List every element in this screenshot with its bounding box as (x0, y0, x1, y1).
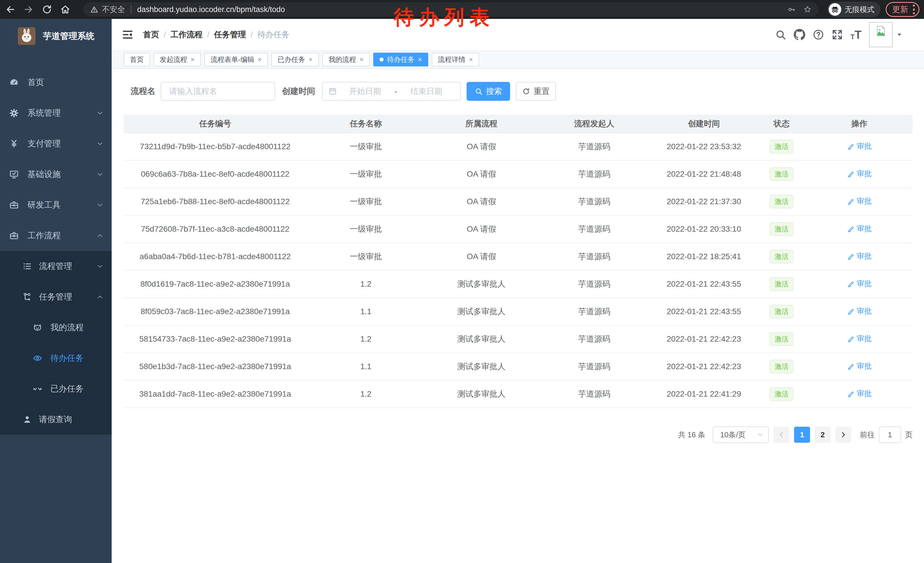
process-name-input[interactable] (160, 82, 275, 101)
goto-page-input[interactable] (879, 426, 901, 443)
app-title: 芋道管理系统 (43, 30, 94, 42)
sidebar-item-工作流程[interactable]: 工作流程 (0, 220, 112, 251)
sidebar-item-待办任务[interactable]: 待办任务 (0, 343, 112, 374)
approve-button[interactable]: 审批 (847, 306, 872, 316)
avatar[interactable] (869, 22, 892, 47)
sidebar-item-研发工具[interactable]: 研发工具 (0, 189, 112, 220)
page-size-select[interactable]: 10条/页 (713, 426, 769, 443)
page-button-2[interactable]: 2 (814, 427, 831, 443)
edit-icon (847, 198, 855, 205)
task-process-cell: OA 请假 (425, 188, 538, 215)
create-time-label: 创建时间 (282, 86, 315, 97)
breadcrumb-item-任务管理[interactable]: 任务管理 (214, 29, 246, 40)
tab-label: 待办任务 (387, 55, 414, 64)
tab-label: 发起流程 (160, 55, 187, 64)
tab-待办任务[interactable]: 待办任务× (373, 53, 428, 66)
tab-流程表单-编辑[interactable]: 流程表单-编辑× (204, 53, 268, 66)
approve-button[interactable]: 审批 (847, 141, 872, 151)
avatar-caret-icon[interactable] (896, 31, 903, 38)
task-starter-cell: 芋道源码 (538, 243, 651, 270)
close-icon[interactable]: × (360, 56, 363, 63)
sidebar-item-已办任务[interactable]: 已办任务 (0, 374, 112, 404)
url-bar[interactable]: 不安全 dashboard.yudao.iocoder.cn/bpm/task/… (83, 2, 819, 17)
approve-label: 审批 (857, 389, 872, 399)
task-action-cell: 审批 (806, 380, 912, 408)
close-icon[interactable]: × (309, 56, 313, 63)
approve-button[interactable]: 审批 (847, 279, 872, 289)
sidebar-item-基础设施[interactable]: 基础设施 (0, 159, 112, 189)
update-label: 更新 (892, 4, 908, 15)
update-button[interactable]: 更新 (886, 2, 920, 17)
github-icon[interactable] (794, 29, 805, 41)
toolbox-icon (9, 200, 19, 210)
reset-button[interactable]: 重置 (516, 82, 556, 101)
next-page-button[interactable] (835, 427, 851, 443)
close-icon[interactable]: × (469, 56, 473, 63)
sidebar-item-首页[interactable]: 首页 (0, 67, 112, 98)
bookmark-star-icon[interactable] (803, 5, 812, 14)
approve-button[interactable]: 审批 (847, 389, 872, 399)
browser-menu-icon[interactable] (912, 5, 915, 14)
task-starter-cell: 芋道源码 (538, 325, 651, 353)
font-size-icon[interactable]: TT (850, 29, 862, 41)
tab-已办任务[interactable]: 已办任务× (272, 53, 319, 66)
sidebar-item-我的流程[interactable]: 我的流程 (0, 312, 112, 343)
close-icon[interactable]: × (258, 56, 262, 63)
approve-button[interactable]: 审批 (847, 333, 872, 344)
chevron-down-icon (96, 140, 104, 147)
approve-button[interactable]: 审批 (847, 251, 872, 261)
sidebar-item-系统管理[interactable]: 系统管理 (0, 98, 112, 128)
reload-icon[interactable] (42, 4, 52, 15)
navbar-tools: TT (775, 22, 903, 47)
task-action-cell: 审批 (806, 215, 912, 243)
breadcrumb-item-首页[interactable]: 首页 (143, 29, 159, 40)
close-icon[interactable]: × (190, 56, 195, 63)
search-icon[interactable] (775, 29, 786, 41)
column-header-任务编号: 任务编号 (124, 114, 307, 133)
sidebar-item-请假查询[interactable]: 请假查询 (0, 404, 112, 435)
home-icon[interactable] (60, 4, 70, 15)
back-icon[interactable] (5, 4, 15, 15)
breadcrumb-item-工作流程[interactable]: 工作流程 (171, 29, 202, 40)
edit-icon (847, 335, 855, 342)
app-logo (18, 27, 36, 45)
sidebar-item-label: 工作流程 (27, 230, 61, 242)
help-icon[interactable] (813, 29, 824, 41)
sidebar-item-支付管理[interactable]: 支付管理 (0, 128, 112, 159)
sidebar-fold-icon[interactable] (122, 29, 134, 41)
app-logo-row[interactable]: 芋道管理系统 (0, 19, 112, 48)
incognito-label: 无痕模式 (845, 5, 874, 15)
approve-button[interactable]: 审批 (847, 361, 872, 371)
page-content: 流程名 创建时间 开始日期 - 结束日期 搜索 重置 任务编号任务名称所属流程流… (112, 82, 924, 443)
search-button[interactable]: 搜索 (466, 82, 510, 101)
face-icon (33, 323, 42, 332)
column-header-所属流程: 所属流程 (425, 114, 538, 133)
sidebar-item-label: 我的流程 (50, 322, 84, 333)
prev-page-button[interactable] (773, 427, 789, 443)
date-range-picker[interactable]: 开始日期 - 结束日期 (322, 82, 461, 101)
task-action-cell: 审批 (806, 325, 912, 353)
start-date-placeholder: 开始日期 (337, 86, 393, 97)
page-button-1[interactable]: 1 (794, 427, 810, 443)
sidebar-item-label: 已办任务 (50, 383, 84, 395)
task-starter-cell: 芋道源码 (538, 133, 651, 161)
task-process-cell: OA 请假 (425, 215, 538, 243)
password-key-icon[interactable] (787, 5, 796, 14)
approve-button[interactable]: 审批 (847, 196, 872, 206)
sidebar-item-流程管理[interactable]: 流程管理 (0, 251, 112, 281)
status-badge: 激活 (770, 277, 794, 291)
close-icon[interactable]: × (418, 56, 422, 63)
tab-流程详情[interactable]: 流程详情× (432, 53, 479, 66)
approve-button[interactable]: 审批 (847, 169, 872, 179)
approve-label: 审批 (857, 279, 872, 289)
tab-发起流程[interactable]: 发起流程× (153, 53, 201, 66)
forward-icon[interactable] (24, 4, 34, 15)
tab-首页[interactable]: 首页 (124, 53, 150, 66)
fullscreen-icon[interactable] (831, 29, 843, 41)
sidebar-item-任务管理[interactable]: 任务管理 (0, 281, 112, 312)
approve-button[interactable]: 审批 (847, 224, 872, 234)
task-id-cell: 069c6a63-7b8a-11ec-8ef0-acde48001122 (124, 161, 307, 188)
task-starter-cell: 芋道源码 (538, 353, 651, 380)
chevron-up-icon (96, 232, 104, 239)
tab-我的流程[interactable]: 我的流程× (322, 53, 370, 66)
